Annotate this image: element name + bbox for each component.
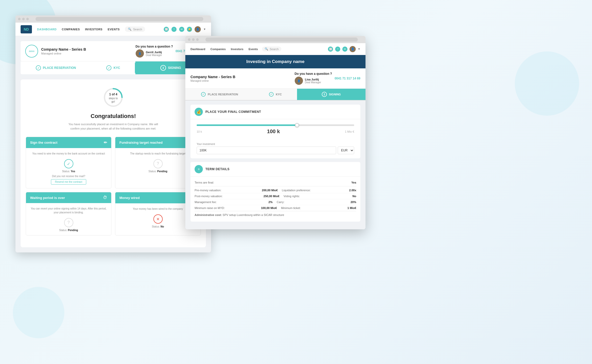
search-placeholder-2: Search — [270, 48, 279, 51]
condition-sign-header: Sign the contract ✏ — [26, 137, 111, 148]
company-sub-1: Managed online — [41, 52, 86, 55]
condition-sign-desc: You need to wire the money to the bank a… — [30, 152, 107, 156]
nav-icons-2: ⬜ ? ✉ 👤 ▼ — [328, 46, 360, 52]
resend-label: Did you not receive the mail? — [30, 175, 107, 178]
status-circle-waiting: ? — [64, 218, 73, 227]
status-text-sign: Status: Yes — [30, 170, 107, 173]
nav-icon-help[interactable]: ? — [171, 27, 177, 32]
nav-icon-help-2[interactable]: ? — [335, 47, 340, 52]
nav-icon-screen[interactable]: ⬜ — [164, 27, 169, 32]
status-circle-sign: ✓ — [64, 159, 73, 168]
term-val-pre: 200,00 Mio€ — [262, 189, 278, 192]
term-row-2: Management fee: 2% Carry: 20% — [195, 199, 356, 205]
term-val-minticket: 1 Mio€ — [347, 206, 356, 210]
congrats-subtitle: You have successfully placed an investme… — [67, 122, 160, 131]
deal-title-2: Deal Manager — [305, 81, 321, 84]
status-circle-fundraising: ? — [153, 159, 163, 168]
term-key-liq: Liquidation preference: — [282, 189, 345, 192]
nav-links-2: Dashboard Companies Investors Events — [190, 48, 258, 51]
step-label-kyc-2: KYC — [276, 93, 282, 96]
window-2-dot-red[interactable] — [188, 38, 190, 41]
step-number-signing-1: 3 — [160, 65, 166, 71]
question-section-2: Do you have a question ? 👤 Lisa Jurilij … — [295, 72, 360, 85]
nav-events-1[interactable]: EVENTS — [108, 28, 120, 31]
nav-dashboard-1[interactable]: DASHBOARD — [37, 28, 57, 31]
step-signing-2[interactable]: 3 SIGNING — [297, 89, 365, 100]
term-val-post: 250,00 Mio€ — [264, 195, 280, 198]
window-2-dot-green[interactable] — [196, 38, 199, 41]
search-icon-1: 🔍 — [128, 28, 132, 31]
nav-icon-bell[interactable]: 🔔 — [187, 27, 192, 32]
deal-manager-1: 👤 Gerrit Jurilij Deal Manager — [136, 49, 173, 58]
slider-max-label: 1 Mio € — [345, 130, 354, 133]
user-avatar-1[interactable]: 👤 — [195, 26, 201, 32]
condition-sign: Sign the contract ✏ You need to wire the… — [26, 137, 111, 188]
condition-sign-body: You need to wire the money to the bank a… — [26, 148, 111, 188]
slider-track[interactable] — [197, 124, 354, 126]
condition-waiting-title: Waiting period is over — [30, 196, 65, 200]
nav-events-2[interactable]: Events — [249, 48, 258, 51]
investment-input[interactable] — [197, 147, 336, 154]
nav-icon-mail-2[interactable]: ✉ — [342, 47, 347, 52]
nav-icon-mail[interactable]: ✉ — [179, 27, 184, 32]
term-val-voting: No — [352, 195, 356, 198]
page-content-1: ZIZOO Company Name - Series B Managed on… — [15, 36, 211, 252]
term-val-carry: 20% — [351, 201, 356, 204]
terms-card: ≡ TERM DETAILS Terms are final: Yes Pre-… — [190, 162, 360, 222]
step-label-kyc-1: KYC — [114, 66, 120, 70]
window-dot-green[interactable] — [26, 18, 29, 20]
window-2-addressbar[interactable] — [205, 38, 358, 42]
condition-waiting: Waiting period is over ⏱ You can revert … — [26, 192, 111, 235]
deal-title-1: Deal Manager — [146, 54, 162, 57]
investment-input-group: EUR USD CHF — [197, 147, 354, 154]
term-row-0: Pre-money valuation: 200,00 Mio€ Liquida… — [195, 187, 356, 193]
step-reservation-1[interactable]: ✓ PLACE RESERVATION — [21, 61, 91, 74]
nav-investors-2[interactable]: Investors — [231, 48, 243, 51]
search-box-1[interactable]: 🔍 Search — [125, 26, 145, 32]
search-box-2[interactable]: 🔍 Search — [262, 47, 281, 51]
window-1-addressbar[interactable] — [36, 17, 203, 21]
step-label-signing-2: SIGNING — [329, 93, 341, 96]
condition-sign-title: Sign the contract — [30, 141, 57, 144]
nav-icon-screen-2[interactable]: ⬜ — [328, 47, 333, 52]
currency-select[interactable]: EUR USD CHF — [338, 147, 354, 154]
terms-final-label: Terms are final: — [195, 181, 214, 184]
resend-button[interactable]: Resend me the contract — [51, 179, 86, 185]
commitment-card: 💰 PLACE YOUR FINAL COMMITMENT 10 k 100 k… — [190, 105, 360, 158]
terms-header: ≡ TERM DETAILS — [190, 162, 360, 177]
deal-avatar-1: 👤 — [136, 49, 144, 58]
company-sub-2: Managed online — [190, 79, 235, 82]
step-check-kyc-2: ✓ — [269, 92, 274, 97]
nav-investors-1[interactable]: INVESTORS — [85, 28, 102, 31]
chevron-down-icon-2: ▼ — [358, 48, 360, 50]
window-dot-red[interactable] — [18, 18, 21, 20]
slider-container: 10 k 100 k 1 Mio € — [190, 119, 360, 143]
nav-icons-1: ⬜ ? ✉ 🔔 👤 ▼ — [164, 26, 206, 32]
slider-labels: 10 k 100 k 1 Mio € — [197, 129, 354, 134]
admin-value: SPV setup Luxembourg within a SICAR stru… — [223, 213, 284, 216]
nav-links-1: DASHBOARD COMPANIES INVESTORS EVENTS — [37, 28, 120, 31]
step-reservation-2[interactable]: ✓ PLACE RESERVATION — [185, 89, 254, 100]
nav-companies-1[interactable]: COMPANIES — [62, 28, 80, 31]
slider-thumb[interactable] — [295, 123, 299, 127]
term-key-mgmt: Management fee: — [195, 201, 264, 204]
nav-dashboard-2[interactable]: Dashboard — [190, 48, 205, 51]
investment-input-row: Your investment EUR USD CHF — [190, 143, 360, 158]
nav-companies-2[interactable]: Companies — [210, 48, 225, 51]
window-2-dot-yellow[interactable] — [192, 38, 195, 41]
admin-row: Administrative cost: SPV setup Luxembour… — [195, 211, 356, 219]
deal-phone-2[interactable]: 0041 71 317 14 69 — [335, 77, 360, 80]
progress-ring-text: 1 of 4 steps to go! — [108, 93, 118, 103]
step-kyc-2[interactable]: ✓ KYC — [254, 89, 297, 100]
commitment-icon: 💰 — [195, 108, 203, 116]
status-text-fundraising: Status: Pending — [119, 170, 196, 173]
user-avatar-2[interactable]: 👤 — [350, 46, 356, 52]
window-dot-yellow[interactable] — [22, 18, 25, 20]
step-label-reservation-2: PLACE RESERVATION — [208, 93, 238, 96]
step-label-signing-1: SIGNING — [168, 66, 181, 70]
slider-min-label: 10 k — [197, 130, 202, 133]
term-row-3: Minimum raise on MYD: 100,00 Mio€ Minimu… — [195, 205, 356, 211]
commitment-header: 💰 PLACE YOUR FINAL COMMITMENT — [190, 105, 360, 119]
term-val-liq: 2.00x — [349, 189, 356, 192]
step-kyc-1[interactable]: ✓ KYC — [91, 61, 135, 74]
